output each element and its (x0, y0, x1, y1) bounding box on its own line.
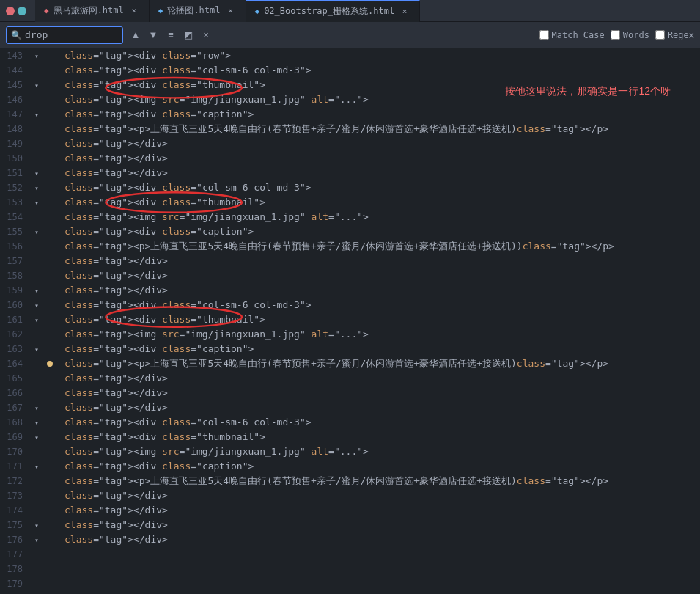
search-down-button[interactable]: ▼ (145, 27, 161, 43)
line-number: 151 (0, 166, 29, 180)
bookmark-indicator (44, 488, 56, 503)
line-number: 177 (0, 547, 29, 562)
tab-lunbo[interactable]: ◆ 轮播图.html × (150, 0, 246, 22)
close-button[interactable] (6, 7, 15, 15)
code-line[interactable]: class="tag"><img src="img/jiangxuan_1.jp… (56, 444, 700, 459)
regex-label[interactable]: Regex (655, 30, 694, 40)
code-area[interactable]: class="tag"><div class="row"> class="tag… (56, 48, 700, 591)
words-label[interactable]: Words (611, 30, 649, 40)
code-line[interactable]: class="tag"><div class="col-sm-6 col-md-… (56, 180, 700, 195)
bookmark-indicator (44, 356, 56, 371)
code-line[interactable]: class="tag"><div class="thumbnail"> (56, 312, 700, 327)
bookmark-dot (47, 361, 53, 367)
code-line[interactable] (56, 562, 700, 576)
window-controls[interactable] (6, 7, 26, 15)
code-line[interactable]: class="tag"><img src="img/jiangxuan_1.jp… (56, 92, 700, 107)
tab-label-lunbo: 轮播图.html (167, 4, 220, 17)
code-line[interactable]: class="tag"><div class="caption"> (56, 459, 700, 474)
bookmark-indicator (44, 210, 56, 224)
line-number: 157 (0, 254, 29, 268)
line-number: 176 (0, 532, 29, 547)
code-line[interactable] (56, 547, 700, 562)
match-case-label[interactable]: Match Case (539, 30, 605, 40)
code-line[interactable]: class="tag"><div class="col-sm-6 col-md-… (56, 415, 700, 430)
fold-indicator: ▾ (29, 415, 44, 430)
line-number: 156 (0, 239, 29, 254)
code-line[interactable]: class="tag"><img src="img/jiangxuan_1.jp… (56, 327, 700, 342)
code-line[interactable]: class="tag"></div> (56, 503, 700, 518)
search-up-button[interactable]: ▲ (128, 27, 144, 43)
bookmark-indicator (44, 136, 56, 151)
code-line[interactable]: class="tag"><p>上海直飞三亚5天4晚自由行(春节预售+亲子/蜜月/… (56, 474, 700, 488)
bookmark-indicator (44, 166, 56, 180)
code-line[interactable]: class="tag"><p>上海直飞三亚5天4晚自由行(春节预售+亲子/蜜月/… (56, 122, 700, 136)
line-number: 174 (0, 503, 29, 518)
search-filter-button[interactable]: ◩ (180, 27, 196, 43)
code-line[interactable]: class="tag"></div> (56, 268, 700, 283)
match-case-checkbox[interactable] (539, 30, 549, 40)
tab-close-lunbo[interactable]: × (225, 5, 237, 17)
fold-indicator (29, 63, 44, 78)
code-line[interactable]: class="tag"></div> (56, 532, 700, 547)
code-line[interactable]: class="tag"><p>上海直飞三亚5天4晚自由行(春节预售+亲子/蜜月/… (56, 356, 700, 371)
code-line[interactable]: class="tag"></div> (56, 254, 700, 268)
bookmark-indicator (44, 518, 56, 532)
bookmark-indicator (44, 224, 56, 239)
code-line[interactable]: class="tag"><div class="col-sm-6 col-md-… (56, 63, 700, 78)
line-number: 143 (0, 48, 29, 63)
code-line[interactable]: class="tag"></div> (56, 151, 700, 166)
search-input-wrap[interactable]: 🔍 (6, 26, 123, 44)
tab-bootstrap[interactable]: ◆ 02_Bootstrap_栅格系统.html × (246, 0, 421, 22)
search-close-button[interactable]: × (198, 27, 214, 43)
code-line[interactable] (56, 576, 700, 591)
bookmark-indicator (44, 503, 56, 518)
line-number: 173 (0, 488, 29, 503)
minimize-button[interactable] (18, 7, 26, 15)
code-line[interactable]: class="tag"></div> (56, 283, 700, 298)
code-line[interactable]: class="tag"></div> (56, 371, 700, 386)
bookmark-indicator (44, 386, 56, 400)
tab-heima[interactable]: ◆ 黑马旅游网.html × (35, 0, 150, 22)
code-line[interactable]: class="tag"><p>上海直飞三亚5天4晚自由行(春节预售+亲子/蜜月/… (56, 239, 700, 254)
words-checkbox[interactable] (611, 30, 620, 40)
fold-indicator (29, 210, 44, 224)
code-line[interactable]: class="tag"><div class="caption"> (56, 107, 700, 122)
code-line[interactable]: class="tag"><div class="col-sm-6 col-md-… (56, 298, 700, 312)
fold-indicator: ▾ (29, 195, 44, 210)
line-number: 162 (0, 327, 29, 342)
tab-close-bootstrap[interactable]: × (399, 5, 410, 17)
line-number: 159 (0, 283, 29, 298)
bookmark-indicator (44, 547, 56, 562)
code-line[interactable]: class="tag"><div class="caption"> (56, 224, 700, 239)
line-number: 152 (0, 180, 29, 195)
code-line[interactable]: class="tag"></div> (56, 166, 700, 180)
code-line[interactable]: class="tag"><img src="img/jiangxuan_1.jp… (56, 210, 700, 224)
line-number: 164 (0, 356, 29, 371)
fold-indicator: ▾ (29, 298, 44, 312)
line-number: 175 (0, 518, 29, 532)
regex-checkbox[interactable] (655, 30, 665, 40)
tab-close-heima[interactable]: × (128, 5, 140, 17)
code-line[interactable]: class="tag"></div> (56, 518, 700, 532)
bookmark-indicator (44, 122, 56, 136)
code-line[interactable]: class="tag"><div class="thumbnail"> (56, 78, 700, 92)
code-line[interactable]: class="tag"></div> (56, 400, 700, 415)
fold-indicator: ▾ (29, 107, 44, 122)
search-input[interactable] (25, 29, 98, 40)
code-line[interactable]: class="tag"><div class="thumbnail"> (56, 430, 700, 444)
code-line[interactable]: class="tag"></div> (56, 488, 700, 503)
title-bar: ◆ 黑马旅游网.html × ◆ 轮播图.html × ◆ 02_Bootstr… (0, 0, 700, 22)
line-number: 149 (0, 136, 29, 151)
code-line[interactable]: class="tag"><div class="caption"> (56, 342, 700, 356)
code-line[interactable]: class="tag"><div class="thumbnail"> (56, 195, 700, 210)
line-number: 169 (0, 430, 29, 444)
fold-indicator (29, 122, 44, 136)
line-number: 158 (0, 268, 29, 283)
fold-indicator: ▾ (29, 400, 44, 415)
search-menu-button[interactable]: ≡ (163, 27, 179, 43)
code-line[interactable]: class="tag"></div> (56, 136, 700, 151)
fold-indicator: ▾ (29, 532, 44, 547)
fold-indicator (29, 254, 44, 268)
code-line[interactable]: class="tag"></div> (56, 386, 700, 400)
code-line[interactable]: class="tag"><div class="row"> (56, 48, 700, 63)
